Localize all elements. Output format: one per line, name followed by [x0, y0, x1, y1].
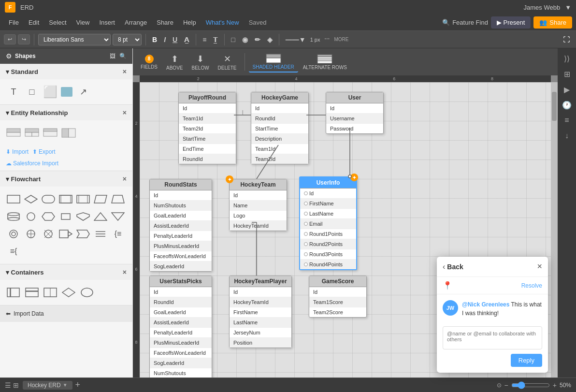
download-icon[interactable]: ↓ — [560, 129, 574, 143]
standard-section-header[interactable]: ▾ Standard × — [0, 64, 132, 79]
table-user-stats-picks[interactable]: UserStatsPicks Id RoundId GoalLeaderId A… — [149, 276, 212, 383]
close-button[interactable]: × — [537, 261, 542, 272]
undo-button[interactable]: ↩ — [4, 34, 16, 44]
cont-1[interactable] — [6, 285, 21, 300]
import-button[interactable]: ⬇ Import — [6, 148, 29, 155]
add-page-btn[interactable]: + — [75, 380, 81, 390]
alternate-rows-tool[interactable]: ALTERNATE ROWS — [299, 52, 351, 72]
table-game-score[interactable]: GameScore Id Team1Score Team2Score — [309, 276, 367, 318]
note-shape[interactable]: ⬜ — [43, 84, 58, 100]
font-select[interactable]: Liberation Sans — [38, 34, 111, 45]
bold-button[interactable]: B — [150, 34, 159, 45]
cont-5[interactable] — [79, 285, 95, 300]
fc-equals[interactable]: ≡{ — [6, 244, 21, 259]
font-color-button[interactable]: A̲ — [182, 34, 192, 45]
image-icon[interactable]: 🖼 — [110, 53, 115, 59]
fc-circle2[interactable] — [6, 226, 21, 242]
fullscreen-button[interactable]: ⛶ — [561, 34, 572, 45]
er-shape-3[interactable] — [43, 125, 58, 141]
fc-inv-triangle[interactable] — [110, 209, 126, 224]
fc-trapez[interactable] — [110, 191, 126, 207]
menu-share[interactable]: Share — [152, 17, 178, 28]
flowchart-section-header[interactable]: ▾ Flowchart × — [0, 171, 132, 187]
feature-find-btn[interactable]: 🔍 Feature Find — [442, 19, 488, 26]
user-dropdown-icon[interactable]: ▼ — [565, 4, 571, 11]
fc-rect[interactable] — [6, 191, 21, 207]
rect-shape[interactable]: □ — [24, 84, 40, 100]
sf-import-button[interactable]: ☁ Salesforce Import — [0, 160, 132, 171]
fc-hexagon[interactable] — [41, 209, 56, 224]
fc-diamond[interactable] — [23, 191, 39, 207]
fc-arrow-rect[interactable] — [58, 226, 73, 242]
above-tool[interactable]: ⬆ ABOVE — [162, 52, 187, 73]
fc-chevron[interactable] — [75, 226, 91, 242]
fc-triangle[interactable] — [93, 209, 108, 224]
menu-file[interactable]: File — [4, 17, 24, 28]
arrow-shape[interactable]: ↗ — [75, 84, 91, 100]
er-section-header[interactable]: ▾ Entity Relationship × — [0, 105, 132, 120]
containers-section-header[interactable]: ▾ Containers × — [0, 264, 132, 280]
comment-input-field[interactable] — [443, 326, 542, 349]
fc-cross2[interactable] — [41, 226, 56, 242]
er-shape-2[interactable] — [24, 125, 40, 141]
present-button[interactable]: ▶ Present — [491, 16, 531, 29]
cont-4[interactable] — [61, 285, 76, 300]
text-options-button[interactable]: T̲ — [211, 34, 220, 45]
text-shape[interactable]: T — [6, 84, 21, 100]
more-button[interactable]: ⋯ — [322, 35, 332, 44]
menu-select[interactable]: Select — [44, 17, 71, 28]
fc-rect2[interactable] — [75, 191, 91, 207]
grid-view-btn[interactable]: ⊞ — [13, 381, 19, 389]
table-user[interactable]: User Id Username Password — [326, 92, 384, 134]
er-shape-4[interactable] — [61, 125, 76, 141]
align-button[interactable]: ≡ — [200, 34, 209, 45]
style-button[interactable]: ◈ — [265, 34, 275, 45]
menu-insert[interactable]: Insert — [94, 17, 120, 28]
layers-icon[interactable]: ≡ — [560, 113, 574, 128]
fc-cylinder[interactable] — [6, 209, 21, 224]
fc-shield[interactable] — [75, 209, 91, 224]
fc-parallelogram[interactable] — [93, 191, 108, 207]
below-tool[interactable]: ⬇ BELOW — [187, 52, 213, 73]
search-icon[interactable]: 🔍 — [119, 53, 127, 59]
menu-arrange[interactable]: Arrange — [120, 17, 152, 28]
zoom-slider[interactable] — [511, 381, 550, 389]
line-color-button[interactable]: ✏ — [252, 34, 263, 45]
border-button[interactable]: □ — [229, 34, 237, 45]
standard-close-icon[interactable]: × — [123, 68, 127, 75]
table-hockey-team[interactable]: HockeyTeam ✦ Id Name Logo HockeyTeamId — [229, 179, 287, 231]
clock-icon[interactable]: 🕐 — [560, 98, 574, 112]
menu-whats-new[interactable]: What's New — [201, 17, 244, 28]
table-user-info[interactable]: UserInfo ✦ Id FirstName LastName Email R… — [299, 176, 357, 270]
fc-cross[interactable] — [23, 226, 39, 242]
play-icon[interactable]: ▶ — [560, 82, 574, 97]
er-close-icon[interactable]: × — [123, 109, 127, 116]
containers-close-icon[interactable]: × — [123, 268, 127, 276]
menu-edit[interactable]: Edit — [24, 17, 44, 28]
cont-3[interactable] — [43, 285, 58, 300]
zoom-minus-btn[interactable]: − — [504, 381, 508, 389]
underline-button[interactable]: U — [170, 34, 180, 45]
fc-small-rect[interactable] — [58, 209, 73, 224]
list-view-btn[interactable]: ☰ — [5, 381, 11, 389]
format-icon[interactable]: ⊞ — [560, 67, 574, 81]
diagram-dropdown-icon[interactable]: ▼ — [63, 382, 68, 388]
er-shape-1[interactable] — [6, 125, 21, 141]
fc-braces[interactable]: {≡ — [110, 226, 126, 242]
fc-circle[interactable] — [23, 209, 39, 224]
fields-tool[interactable]: 8 FIELDS — [137, 53, 161, 72]
cont-2[interactable] — [24, 285, 40, 300]
reply-button[interactable]: Reply — [511, 354, 542, 367]
back-button[interactable]: Back — [447, 263, 463, 271]
scrollbar-vertical[interactable] — [551, 82, 558, 383]
delete-tool[interactable]: ✕ DELETE — [214, 52, 241, 73]
table-hockey-game[interactable]: HockeyGame Id RoundId StartTime Descript… — [251, 92, 309, 164]
target-icon[interactable]: ⊙ — [497, 382, 502, 389]
italic-button[interactable]: I — [161, 34, 168, 45]
fc-list[interactable] — [93, 226, 108, 242]
resolve-link[interactable]: Resolve — [521, 282, 542, 289]
fc-rounded[interactable] — [41, 191, 56, 207]
menu-help[interactable]: Help — [178, 17, 201, 28]
zoom-plus-btn[interactable]: + — [553, 381, 557, 389]
fc-dbl-rect[interactable] — [58, 191, 73, 207]
